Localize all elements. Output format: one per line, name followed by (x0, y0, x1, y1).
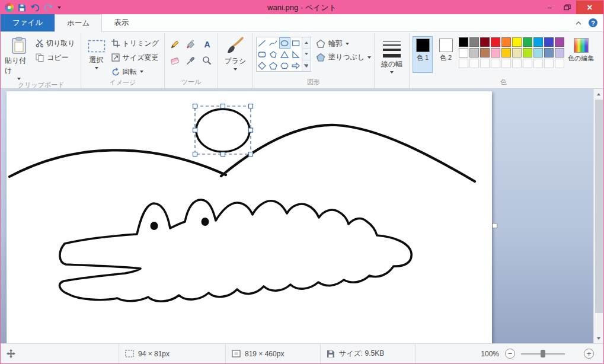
palette-color-swatch[interactable] (555, 37, 564, 47)
shape-rectangle[interactable] (290, 37, 302, 49)
shape-triangle[interactable] (279, 49, 290, 60)
shape-polygon[interactable] (268, 49, 279, 60)
palette-color-swatch[interactable] (480, 48, 490, 58)
scroll-down-button[interactable] (594, 333, 603, 343)
palette-empty-slot[interactable] (512, 59, 522, 68)
zoom-slider[interactable] (521, 349, 565, 359)
shapes-scroll-down-button[interactable] (302, 49, 311, 60)
vertical-scrollbar[interactable] (593, 89, 603, 343)
pencil-tool-button[interactable] (168, 37, 183, 52)
select-button[interactable]: 選択 (84, 34, 109, 69)
palette-color-swatch[interactable] (501, 48, 511, 58)
minimize-ribbon-button[interactable] (576, 21, 581, 25)
shape-line[interactable] (257, 37, 268, 49)
palette-color-swatch[interactable] (480, 37, 490, 47)
undo-button[interactable] (30, 4, 40, 11)
tab-view[interactable]: 表示 (102, 14, 140, 31)
palette-empty-slot[interactable] (501, 59, 511, 68)
palette-color-swatch[interactable] (533, 48, 543, 58)
chevron-down-icon (95, 67, 98, 69)
redo-button[interactable] (44, 4, 53, 11)
rotate-icon (111, 68, 120, 76)
magnifier-tool-button[interactable] (200, 53, 215, 68)
palette-color-swatch[interactable] (512, 48, 522, 58)
canvas[interactable] (7, 91, 492, 343)
edit-colors-button[interactable]: 色の編集 (567, 36, 595, 62)
ribbon-tabs: ファイル ホーム 表示 ? (1, 14, 603, 32)
tab-home[interactable]: ホーム (55, 14, 102, 32)
cut-button[interactable]: 切り取り (33, 37, 78, 49)
palette-color-swatch[interactable] (544, 48, 554, 58)
palette-color-swatch[interactable] (469, 37, 479, 47)
fill-tool-button[interactable] (184, 37, 199, 52)
line-width-button[interactable]: 線の幅 (378, 34, 406, 74)
color2-button[interactable]: 色 2 (436, 36, 456, 73)
palette-color-swatch[interactable] (501, 37, 511, 47)
palette-color-swatch[interactable] (523, 48, 532, 58)
shapes-more-button[interactable] (302, 60, 311, 71)
outline-button[interactable]: 輪郭 (316, 39, 371, 49)
shape-diamond[interactable] (257, 60, 268, 71)
shape-oval[interactable] (279, 37, 290, 49)
brushes-group-label (221, 86, 250, 88)
palette-empty-slot[interactable] (469, 59, 479, 68)
group-size: 線の幅 (375, 33, 410, 88)
tab-file[interactable]: ファイル (1, 14, 55, 31)
shapes-scroll-up-button[interactable] (302, 37, 311, 49)
palette-empty-slot[interactable] (555, 59, 564, 68)
palette-empty-slot[interactable] (480, 59, 490, 68)
canvas-resize-handle-right[interactable] (492, 223, 497, 228)
shape-right-triangle[interactable] (290, 49, 302, 60)
palette-color-swatch[interactable] (533, 37, 543, 47)
file-size-value: サイズ: 9.5KB (339, 349, 384, 359)
scrollbar-thumb[interactable] (595, 100, 603, 313)
maximize-button[interactable] (558, 1, 576, 14)
palette-color-swatch[interactable] (512, 37, 522, 47)
color-picker-tool-button[interactable] (184, 53, 199, 68)
zoom-out-button[interactable]: − (505, 349, 515, 359)
palette-color-swatch[interactable] (469, 48, 479, 58)
palette-color-swatch[interactable] (523, 37, 532, 47)
palette-color-swatch[interactable] (459, 37, 468, 47)
crop-button[interactable]: トリミング (109, 37, 161, 49)
save-button[interactable] (18, 4, 26, 12)
copy-button[interactable]: コピー (33, 52, 78, 63)
palette-empty-slot[interactable] (533, 59, 543, 68)
shape-fill-button[interactable]: 塗りつぶし (316, 52, 371, 62)
palette-empty-slot[interactable] (491, 59, 500, 68)
palette-empty-slot[interactable] (523, 59, 532, 68)
palette-color-swatch[interactable] (491, 37, 500, 47)
close-button[interactable]: × (576, 1, 603, 14)
resize-button[interactable]: サイズ変更 (109, 52, 161, 63)
color1-button[interactable]: 色 1 (413, 36, 433, 73)
palette-color-swatch[interactable] (459, 48, 468, 58)
zoom-in-button[interactable]: + (584, 349, 594, 359)
palette-color-swatch[interactable] (544, 37, 554, 47)
palette-empty-slot[interactable] (459, 59, 468, 68)
scroll-up-button[interactable] (594, 89, 603, 99)
shape-rounded-rectangle[interactable] (257, 49, 268, 60)
shapes-group-label: 図形 (256, 77, 371, 88)
color2-swatch (439, 39, 453, 52)
zoom-slider-thumb[interactable] (541, 350, 545, 357)
palette-empty-slot[interactable] (544, 59, 554, 68)
sun-circle[interactable] (196, 109, 250, 152)
minimize-button[interactable]: − (541, 1, 558, 14)
palette-color-swatch[interactable] (555, 48, 564, 58)
help-button[interactable]: ? (589, 18, 597, 27)
shape-hexagon[interactable] (279, 60, 290, 71)
brush-button[interactable]: ブラシ (221, 34, 250, 71)
pan-cursor-icon (7, 349, 15, 358)
qat-dropdown-button[interactable] (57, 7, 61, 9)
paint-window: wani.png - ペイント − × ファイル ホーム 表示 ? (0, 0, 604, 364)
shape-pentagon[interactable] (268, 60, 279, 71)
palette-color-swatch[interactable] (491, 48, 500, 58)
paste-button[interactable]: 貼り付け (5, 34, 33, 80)
eraser-tool-button[interactable] (168, 53, 183, 68)
paint-app-icon[interactable] (5, 3, 14, 12)
text-tool-button[interactable]: A (200, 37, 215, 52)
fill-icon (316, 53, 325, 62)
rotate-button[interactable]: 回転 (109, 66, 161, 78)
shape-right-arrow[interactable] (290, 60, 302, 71)
shape-curve[interactable] (268, 37, 279, 49)
